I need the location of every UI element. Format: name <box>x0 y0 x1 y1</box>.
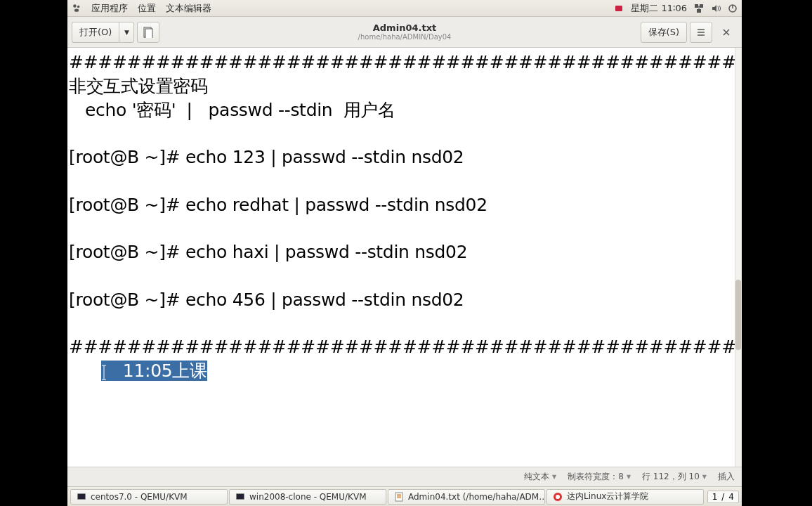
clock[interactable]: 星期二 11∶06 <box>631 2 687 15</box>
syntax-mode-selector[interactable]: 纯文本 ▼ <box>524 471 556 483</box>
text-cursor-icon <box>101 364 107 381</box>
status-bar: 纯文本 ▼ 制表符宽度：8 ▼ 行 112，列 10 ▼ 插入 <box>67 467 742 486</box>
task-label: centos7.0 - QEMU/KVM <box>91 492 188 502</box>
open-button-label: 打开(O) <box>79 26 112 39</box>
svg-rect-3 <box>615 6 622 11</box>
svg-rect-10 <box>145 29 152 38</box>
svg-point-20 <box>556 495 560 499</box>
title-area: Admin04.txt /home/haha/ADMIN/Day04 <box>358 23 452 41</box>
svg-point-0 <box>73 4 76 7</box>
workspace-current: 1 <box>712 492 718 502</box>
desktop: 应用程序 位置 文本编辑器 星期二 11∶06 打开(O) <box>67 0 742 506</box>
menu-applications[interactable]: 应用程序 <box>91 2 128 15</box>
menu-places[interactable]: 位置 <box>138 2 156 15</box>
chevron-down-icon: ▼ <box>627 474 631 480</box>
open-button[interactable]: 打开(O) <box>72 22 119 43</box>
document-title: Admin04.txt <box>358 23 452 33</box>
vertical-scrollbar[interactable] <box>735 48 742 467</box>
task-label: Admin04.txt (/home/haha/ADM… <box>408 492 545 502</box>
vm-icon <box>77 492 86 502</box>
task-vm-win2008[interactable]: win2008-clone - QEMU/KVM <box>229 489 386 505</box>
volume-icon[interactable] <box>711 4 721 13</box>
save-button-label: 保存(S) <box>648 26 679 39</box>
task-label: 达内Linux云计算学院 <box>567 491 648 502</box>
svg-point-1 <box>77 5 80 8</box>
task-browser-tarena[interactable]: 达内Linux云计算学院 <box>546 489 704 505</box>
new-tab-icon <box>143 27 153 38</box>
save-button[interactable]: 保存(S) <box>641 22 687 43</box>
open-button-group: 打开(O) ▼ <box>72 22 134 43</box>
insert-mode[interactable]: 插入 <box>718 471 735 483</box>
notification-icon[interactable] <box>614 4 624 13</box>
workspace-total: 4 <box>728 492 734 502</box>
vm-icon <box>235 492 245 502</box>
chevron-down-icon: ▼ <box>552 474 556 480</box>
svg-rect-17 <box>237 494 244 499</box>
window-taskbar: centos7.0 - QEMU/KVM win2008-clone - QEM… <box>67 486 742 506</box>
text-content: ########################################… <box>67 48 742 386</box>
svg-point-2 <box>74 8 79 11</box>
workspace-switcher[interactable]: 1 / 4 <box>707 491 739 503</box>
close-icon <box>722 28 731 37</box>
task-gedit-admin04[interactable]: Admin04.txt (/home/haha/ADM… <box>388 489 545 505</box>
gnome-top-bar: 应用程序 位置 文本编辑器 星期二 11∶06 <box>67 0 742 17</box>
hamburger-menu-button[interactable] <box>690 22 712 43</box>
power-icon[interactable] <box>728 4 738 13</box>
open-recent-dropdown[interactable]: ▼ <box>119 22 134 43</box>
task-label: win2008-clone - QEMU/KVM <box>249 492 366 502</box>
chevron-down-icon: ▼ <box>124 29 129 36</box>
gnome-foot-icon <box>72 4 81 13</box>
hamburger-icon <box>696 27 706 37</box>
network-icon[interactable] <box>694 4 704 13</box>
svg-rect-15 <box>78 494 85 499</box>
text-editor-icon <box>394 492 404 502</box>
new-document-button[interactable] <box>137 22 159 43</box>
scrollbar-thumb[interactable] <box>735 280 741 350</box>
tab-width-selector[interactable]: 制表符宽度：8 ▼ <box>568 471 631 483</box>
document-path: /home/haha/ADMIN/Day04 <box>358 33 452 41</box>
cursor-position-selector[interactable]: 行 112，列 10 ▼ <box>642 471 707 483</box>
chevron-down-icon: ▼ <box>702 474 707 480</box>
svg-rect-18 <box>395 493 402 501</box>
selected-text: 11:05上课 <box>101 361 207 381</box>
close-window-button[interactable] <box>715 22 738 43</box>
task-vm-centos[interactable]: centos7.0 - QEMU/KVM <box>70 489 228 505</box>
web-icon <box>553 492 563 502</box>
editor-toolbar: 打开(O) ▼ Admin04.txt /home/haha/ADMIN/Day… <box>67 17 742 48</box>
editor-text-area[interactable]: ########################################… <box>67 48 742 467</box>
menu-current-app[interactable]: 文本编辑器 <box>166 2 211 15</box>
